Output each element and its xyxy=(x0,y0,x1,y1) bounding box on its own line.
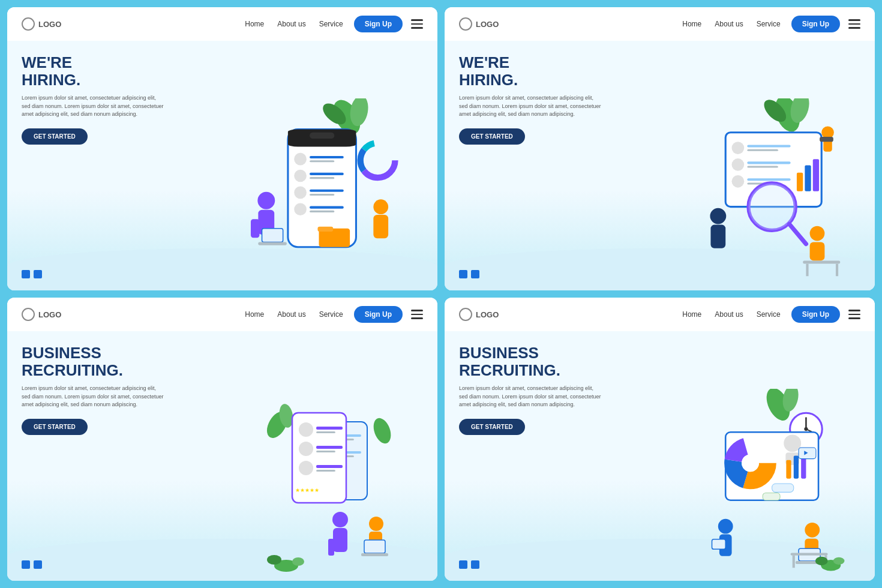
signup-btn-3[interactable]: Sign Up xyxy=(354,306,403,323)
nav-service-3[interactable]: Service xyxy=(319,310,343,319)
svg-rect-82 xyxy=(333,528,347,552)
navbar-2: LOGO Home About us Service Sign Up xyxy=(445,7,875,41)
svg-rect-44 xyxy=(805,165,811,191)
svg-line-48 xyxy=(790,224,806,244)
svg-rect-113 xyxy=(712,539,726,550)
svg-point-122 xyxy=(815,557,828,565)
nav-home-1[interactable]: Home xyxy=(245,20,264,28)
navbar-4: LOGO Home About us Service Sign Up xyxy=(445,298,875,331)
heading-1: WE'RE HIRING. xyxy=(22,54,187,88)
card-body-2: WE'RE HIRING. Lorem ipsum dolor sit amet… xyxy=(445,41,875,290)
svg-rect-13 xyxy=(310,190,344,192)
svg-point-74 xyxy=(299,442,313,456)
illus-4 xyxy=(638,331,875,581)
svg-rect-43 xyxy=(797,173,803,191)
svg-rect-7 xyxy=(310,156,344,158)
content-left-1: WE'RE HIRING. Lorem ipsum dolor sit amet… xyxy=(7,41,201,290)
svg-rect-75 xyxy=(316,446,343,449)
svg-point-89 xyxy=(267,555,281,565)
nav-about-3[interactable]: About us xyxy=(277,310,305,319)
svg-rect-29 xyxy=(374,215,389,238)
svg-point-40 xyxy=(732,175,745,188)
cta-btn-3[interactable]: GET STARTED xyxy=(22,419,88,435)
illus-3: ★★★★★ ★★★★★ xyxy=(201,331,437,581)
card-3: LOGO Home About us Service Sign Up BUSIN… xyxy=(7,298,437,581)
dots-2 xyxy=(459,270,479,278)
dot-1a xyxy=(22,270,30,278)
logo-circle-4 xyxy=(459,308,472,321)
nav-home-4[interactable]: Home xyxy=(682,310,701,319)
hamburger-3[interactable] xyxy=(411,310,423,319)
logo-text-4: LOGO xyxy=(476,310,499,319)
svg-rect-76 xyxy=(316,451,335,452)
content-left-4: BUSINESS RECRUITING. Lorem ipsum dolor s… xyxy=(445,331,638,581)
nav-service-2[interactable]: Service xyxy=(757,20,781,28)
svg-rect-10 xyxy=(310,173,344,175)
svg-point-101 xyxy=(742,454,759,472)
dots-1 xyxy=(22,270,42,278)
signup-btn-4[interactable]: Sign Up xyxy=(791,306,840,323)
svg-point-123 xyxy=(833,557,845,565)
heading-2: WE'RE HIRING. xyxy=(459,54,624,88)
lorem-4: Lorem ipsum dolor sit amet, consectetuer… xyxy=(459,385,603,409)
svg-rect-38 xyxy=(747,161,790,164)
nav-home-3[interactable]: Home xyxy=(245,310,264,319)
nav-about-4[interactable]: About us xyxy=(715,310,743,319)
nav-service-4[interactable]: Service xyxy=(757,310,781,319)
svg-rect-45 xyxy=(813,159,819,191)
lorem-2: Lorem ipsum dolor sit amet, consectetuer… xyxy=(459,94,603,119)
card-body-4: BUSINESS RECRUITING. Lorem ipsum dolor s… xyxy=(445,331,875,581)
illus-2 xyxy=(638,41,875,290)
svg-rect-79 xyxy=(316,470,335,472)
hamburger-4[interactable] xyxy=(848,310,860,319)
svg-point-84 xyxy=(369,517,383,531)
nav-service-1[interactable]: Service xyxy=(319,20,343,28)
svg-rect-16 xyxy=(310,206,344,209)
cta-btn-2[interactable]: GET STARTED xyxy=(459,128,525,145)
logo-text-3: LOGO xyxy=(38,310,61,319)
svg-rect-19 xyxy=(318,227,334,232)
nav-about-1[interactable]: About us xyxy=(277,20,305,28)
svg-rect-53 xyxy=(803,260,840,263)
svg-point-28 xyxy=(374,199,389,214)
svg-point-111 xyxy=(718,519,733,534)
svg-point-90 xyxy=(292,557,304,566)
nav-links-3: Home About us Service xyxy=(245,310,343,319)
svg-rect-58 xyxy=(820,137,833,142)
cta-btn-4[interactable]: GET STARTED xyxy=(459,419,525,435)
card-4: LOGO Home About us Service Sign Up BUSIN… xyxy=(445,298,875,581)
svg-rect-73 xyxy=(316,431,335,433)
nav-home-2[interactable]: Home xyxy=(682,20,701,28)
svg-rect-87 xyxy=(361,553,388,556)
logo-circle-3 xyxy=(22,308,35,321)
svg-point-6 xyxy=(295,153,307,166)
hamburger-2[interactable] xyxy=(848,19,860,29)
dot-3b xyxy=(34,560,42,569)
svg-rect-109 xyxy=(772,484,794,492)
illus-1 xyxy=(201,41,437,290)
cta-btn-1[interactable]: GET STARTED xyxy=(22,128,88,145)
nav-links-2: Home About us Service xyxy=(682,20,780,28)
svg-rect-86 xyxy=(364,540,385,553)
logo-4: LOGO xyxy=(459,308,499,321)
svg-point-49 xyxy=(710,208,726,224)
svg-rect-5 xyxy=(310,133,334,139)
svg-rect-35 xyxy=(747,145,790,147)
svg-rect-83 xyxy=(328,539,334,556)
nav-about-2[interactable]: About us xyxy=(715,20,743,28)
svg-rect-25 xyxy=(251,219,259,238)
svg-point-37 xyxy=(732,158,745,171)
signup-btn-1[interactable]: Sign Up xyxy=(354,16,403,32)
svg-rect-41 xyxy=(747,178,790,181)
svg-point-61 xyxy=(370,416,394,446)
nav-links-4: Home About us Service xyxy=(682,310,780,319)
logo-1: LOGO xyxy=(22,17,61,31)
svg-rect-52 xyxy=(810,242,825,260)
heading-4: BUSINESS RECRUITING. xyxy=(459,344,624,379)
svg-text:★★★★★: ★★★★★ xyxy=(295,487,319,493)
dot-3a xyxy=(22,560,30,569)
hamburger-1[interactable] xyxy=(411,19,423,29)
signup-btn-2[interactable]: Sign Up xyxy=(791,16,840,32)
content-left-3: BUSINESS RECRUITING. Lorem ipsum dolor s… xyxy=(7,331,201,581)
dots-4 xyxy=(459,560,479,569)
